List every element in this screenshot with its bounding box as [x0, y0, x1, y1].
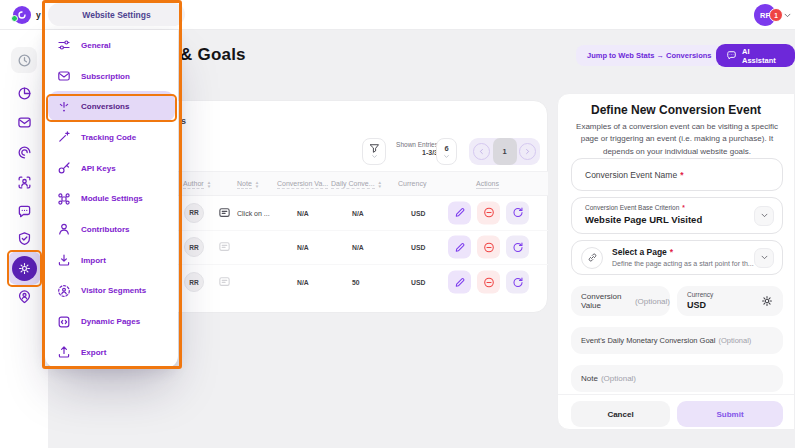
author-avatar: RR	[184, 272, 204, 292]
sidebar-item-visitors[interactable]	[11, 169, 37, 195]
page-size-select[interactable]: 6	[436, 138, 457, 165]
conversion-event-name-field[interactable]: Conversion Event Name *	[571, 158, 783, 191]
pencil-icon	[454, 241, 466, 253]
sidebar-item-analytics[interactable]	[11, 80, 37, 106]
person-pin-icon	[17, 289, 32, 304]
note-input[interactable]: Note (Optional)	[571, 365, 783, 392]
previous-page-button[interactable]	[473, 143, 490, 160]
column-header-conversion-value[interactable]: Conversion Va...	[277, 180, 328, 189]
currency-cell: USD	[411, 279, 425, 286]
sidebar-item-shield[interactable]	[11, 225, 37, 251]
edit-button[interactable]	[448, 201, 471, 224]
cancel-button[interactable]: Cancel	[571, 401, 670, 427]
panel-title: Define New Conversion Event	[558, 103, 794, 117]
delete-button[interactable]	[477, 236, 500, 259]
author-avatar: RR	[184, 203, 204, 223]
minus-circle-icon	[483, 276, 495, 288]
rotate-icon	[512, 276, 524, 288]
minus-circle-icon	[483, 207, 495, 219]
shown-entries: Shown Entries 1-3/3	[386, 141, 438, 156]
delete-button[interactable]	[477, 201, 500, 224]
website-settings-trigger[interactable]: Website Settings	[48, 3, 185, 26]
chevron-down-icon[interactable]	[754, 248, 774, 268]
note-icon[interactable]	[218, 241, 231, 254]
next-page-button[interactable]	[519, 143, 536, 160]
menu-item-dynamic-pages[interactable]: Dynamic Pages	[45, 306, 178, 337]
sidebar-item-chat[interactable]	[11, 198, 37, 224]
field-label: Event's Daily Monetary Conversion Goal	[581, 336, 715, 345]
page-size-value: 6	[444, 144, 448, 153]
chevron-down-icon	[443, 153, 450, 160]
website-settings-menu: General Subscription Conversions Trackin…	[45, 30, 178, 368]
delete-button[interactable]	[477, 271, 500, 294]
clipped-heading-fragment: s	[181, 116, 186, 126]
sidebar-item-person-pin[interactable]	[11, 283, 37, 309]
logo-status-dot	[11, 15, 18, 22]
field-label: Select a Page*	[612, 247, 748, 257]
field-hint: Define the page acting as a start point …	[612, 260, 748, 267]
icon-sidebar	[0, 30, 48, 448]
wand-icon	[57, 130, 71, 144]
edit-button[interactable]	[448, 236, 471, 259]
jump-to-web-stats-button[interactable]: Jump to Web Stats → Conversions	[576, 45, 722, 66]
menu-item-visitor-segments[interactable]: Visitor Segments	[45, 276, 178, 307]
menu-item-export[interactable]: Export	[45, 337, 178, 368]
field-label: Conversion Value	[581, 292, 632, 310]
note-icon[interactable]	[218, 206, 231, 219]
select-page-field[interactable]: Select a Page* Define the page acting as…	[571, 240, 783, 275]
chevron-down-icon[interactable]	[754, 206, 774, 226]
refresh-button[interactable]	[506, 271, 529, 294]
gear-icon[interactable]	[758, 292, 776, 310]
pages-icon	[57, 315, 71, 329]
menu-item-import[interactable]: Import	[45, 245, 178, 276]
mail-icon	[57, 69, 71, 83]
menu-item-subscription[interactable]: Subscription	[45, 61, 178, 92]
conversion-value-cell: N/A	[297, 244, 309, 251]
menu-item-module-settings[interactable]: Module Settings	[45, 183, 178, 214]
sidebar-item-settings-active[interactable]	[8, 251, 41, 285]
base-criterion-select[interactable]: Conversion Event Base Criterion* Website…	[571, 197, 783, 234]
column-header-currency: Currency	[398, 180, 426, 188]
command-icon	[57, 192, 71, 206]
ai-assistant-button[interactable]: AI Assistant	[716, 44, 795, 67]
chevron-down-icon[interactable]	[783, 11, 792, 20]
edit-button[interactable]	[448, 271, 471, 294]
menu-item-general[interactable]: General	[45, 30, 178, 61]
menu-item-contributors[interactable]: Contributors	[45, 214, 178, 245]
selected-criterion-value: Website Page URL Visited	[585, 214, 748, 225]
refresh-button[interactable]	[506, 201, 529, 224]
panel-description: Examples of a conversion event can be vi…	[570, 121, 784, 158]
column-header-note[interactable]: Note▲▼	[237, 180, 259, 189]
key-icon	[57, 161, 71, 175]
currency-select[interactable]: Currency USD	[677, 286, 783, 316]
arrow-left-icon	[477, 147, 486, 156]
menu-item-tracking-code[interactable]: Tracking Code	[45, 122, 178, 153]
sidebar-item-clock[interactable]	[11, 47, 37, 73]
sidebar-item-radar[interactable]	[11, 139, 37, 165]
pagination: 1	[469, 138, 540, 165]
conversion-value-input[interactable]: Conversion Value (Optional)	[571, 286, 670, 316]
column-header-daily-conversion[interactable]: Daily Conve...▲▼	[331, 180, 382, 189]
segments-icon	[57, 284, 71, 298]
menu-item-conversions[interactable]: Conversions	[48, 91, 175, 122]
shown-entries-value: 1-3/3	[386, 149, 438, 156]
chat-icon	[17, 204, 32, 219]
daily-goal-input[interactable]: Event's Daily Monetary Conversion Goal (…	[571, 327, 783, 354]
sidebar-item-mail[interactable]	[11, 109, 37, 135]
currency-cell: USD	[411, 209, 425, 216]
daily-conversion-cell: 50	[352, 279, 360, 286]
chevron-down-icon	[371, 153, 378, 160]
optional-suffix: (Optional)	[635, 297, 670, 306]
submit-button[interactable]: Submit	[677, 401, 783, 427]
notification-badge: 1	[769, 8, 783, 22]
currency-cell: USD	[411, 244, 425, 251]
column-header-author[interactable]: Author▲▼	[183, 180, 211, 189]
sort-icon: ▲▼	[207, 181, 211, 188]
current-page[interactable]: 1	[493, 138, 517, 165]
refresh-button[interactable]	[506, 236, 529, 259]
filter-button[interactable]	[362, 138, 386, 165]
import-icon	[57, 253, 71, 267]
menu-item-api-keys[interactable]: API Keys	[45, 153, 178, 184]
conversion-value-cell: N/A	[297, 209, 309, 216]
note-icon[interactable]	[218, 276, 231, 289]
